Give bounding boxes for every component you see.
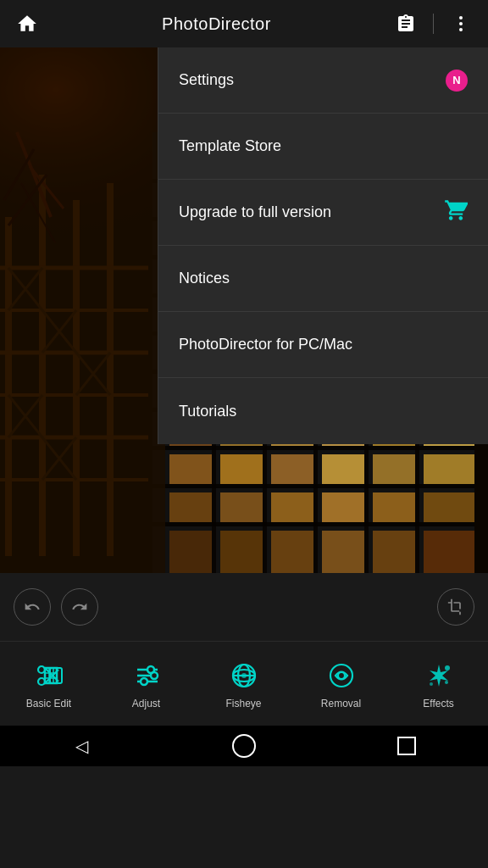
svg-rect-65 — [373, 492, 415, 522]
svg-rect-66 — [424, 492, 474, 522]
svg-point-1 — [459, 22, 463, 25]
back-nav-button[interactable]: ◁ — [56, 726, 107, 766]
home-circle-icon — [232, 734, 256, 758]
back-icon: ◁ — [75, 736, 88, 756]
toolbar-adjust[interactable]: Adjust — [97, 642, 195, 726]
svg-rect-70 — [322, 531, 364, 573]
adjust-label: Adjust — [132, 698, 160, 709]
svg-point-127 — [141, 678, 147, 685]
svg-point-130 — [151, 672, 158, 679]
menu-item-upgrade[interactable]: Upgrade to full version — [158, 180, 488, 246]
app-title: PhotoDirector — [162, 14, 271, 34]
home-button[interactable] — [14, 10, 41, 37]
menu-settings-label: Settings — [179, 71, 234, 89]
svg-point-2 — [459, 28, 463, 31]
toolbar-effects[interactable]: Effects — [390, 642, 487, 726]
removal-icon — [324, 659, 358, 693]
fisheye-label: Fisheye — [225, 698, 261, 709]
menu-notices-label: Notices — [179, 270, 230, 287]
effects-icon — [422, 659, 456, 693]
cart-icon — [444, 198, 468, 227]
removal-label: Removal — [321, 698, 361, 709]
svg-rect-61 — [169, 492, 212, 522]
menu-item-settings[interactable]: Settings N — [158, 47, 488, 114]
home-nav-button[interactable] — [219, 726, 269, 766]
svg-rect-72 — [424, 531, 474, 573]
android-nav-bar: ◁ — [0, 726, 488, 766]
svg-point-138 — [338, 672, 345, 679]
svg-rect-85 — [152, 446, 474, 450]
bottom-toolbar: Basic Edit Adjust — [0, 641, 488, 726]
toolbar-removal[interactable]: Removal — [292, 642, 390, 726]
dropdown-menu: Settings N Template Store Upgrade to ful… — [158, 47, 488, 444]
svg-rect-68 — [220, 531, 263, 573]
menu-item-notices[interactable]: Notices — [158, 246, 488, 312]
nav-controls — [0, 573, 488, 641]
svg-rect-64 — [322, 492, 364, 522]
svg-rect-58 — [322, 454, 364, 484]
toolbar-fisheye[interactable]: Fisheye — [195, 642, 292, 726]
svg-rect-60 — [424, 454, 474, 484]
recent-nav-button[interactable] — [381, 726, 432, 766]
menu-tutorials-label: Tutorials — [179, 403, 236, 420]
svg-rect-69 — [271, 531, 313, 573]
menu-item-template-store[interactable]: Template Store — [158, 114, 488, 180]
divider — [433, 14, 434, 34]
recent-icon — [397, 737, 416, 755]
top-bar-actions — [392, 10, 474, 37]
svg-point-0 — [459, 16, 463, 19]
svg-point-136 — [241, 673, 247, 678]
menu-item-pc-mac[interactable]: PhotoDirector for PC/Mac — [158, 312, 488, 378]
svg-rect-86 — [152, 484, 474, 488]
redo-button[interactable] — [61, 588, 98, 626]
more-button[interactable] — [447, 10, 474, 37]
home-icon — [16, 13, 38, 35]
svg-rect-71 — [373, 531, 415, 573]
svg-rect-55 — [169, 454, 212, 484]
svg-rect-67 — [169, 531, 212, 573]
clipboard-icon — [396, 14, 416, 34]
svg-rect-62 — [220, 492, 263, 522]
svg-point-140 — [445, 665, 450, 670]
crop-button[interactable] — [437, 588, 474, 626]
svg-rect-87 — [152, 522, 474, 526]
toolbar-basic-edit[interactable]: Basic Edit — [0, 642, 97, 726]
fisheye-icon — [227, 659, 261, 693]
svg-rect-57 — [271, 454, 313, 484]
adjust-icon — [130, 659, 164, 693]
undo-button[interactable] — [14, 588, 51, 626]
top-bar: PhotoDirector — [0, 0, 488, 47]
menu-upgrade-label: Upgrade to full version — [179, 203, 331, 221]
menu-item-tutorials[interactable]: Tutorials — [158, 378, 488, 444]
basic-edit-label: Basic Edit — [26, 698, 71, 709]
basic-edit-icon — [32, 659, 66, 693]
svg-point-141 — [430, 682, 433, 686]
effects-label: Effects — [423, 698, 453, 709]
svg-rect-63 — [271, 492, 313, 522]
svg-rect-56 — [220, 454, 263, 484]
menu-template-store-label: Template Store — [179, 137, 281, 155]
svg-point-137 — [330, 665, 352, 687]
svg-point-142 — [445, 681, 448, 684]
undo-redo-group — [14, 588, 98, 626]
menu-pc-mac-label: PhotoDirector for PC/Mac — [179, 336, 352, 353]
settings-badge: N — [446, 70, 468, 92]
clipboard-button[interactable] — [392, 10, 419, 37]
more-vertical-icon — [451, 14, 471, 34]
svg-rect-59 — [373, 454, 415, 484]
